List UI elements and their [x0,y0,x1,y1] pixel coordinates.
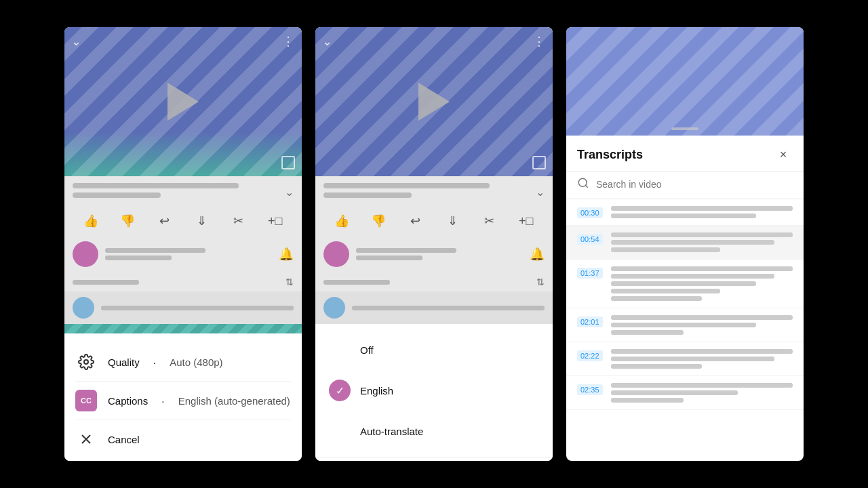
video-thumbnail-1[interactable]: ⌄ ⋮ [64,27,302,176]
caption-english-option[interactable]: ✓ English [315,370,553,411]
like-icon-1[interactable]: 👍 [81,211,100,230]
add-icon-1[interactable]: +□ [266,211,285,230]
more-options-icon-2[interactable]: ⋮ [533,34,546,49]
like-icon-2[interactable]: 👍 [332,211,351,230]
cancel-menu-item-1[interactable]: Cancel [75,420,291,458]
caption-options-menu: Off ✓ English Auto-translate Cancel [315,324,553,461]
quality-menu-item[interactable]: Quality · Auto (480p) [75,343,291,382]
transcript-text-0030 [611,206,793,218]
bell-icon-1[interactable]: 🔔 [279,247,294,262]
title-line-2 [73,192,161,198]
clip-icon-2[interactable]: ✂ [479,211,498,230]
transcripts-panel: Transcripts × 00:30 00:54 [566,27,804,461]
captions-panel: ⌄ ⋮ ⌄ 👍 👎 ↩ ⇓ ✂ +□ 🔔 ⇅ [315,27,553,461]
transcripts-title: Transcripts [577,148,643,162]
expand-arrows-1[interactable]: ⇅ [285,277,294,287]
play-button-2[interactable] [418,83,450,121]
caption-autotranslate-option[interactable]: Auto-translate [315,411,553,451]
transcript-video[interactable] [566,27,804,136]
transcript-entry-0030[interactable]: 00:30 [566,199,804,226]
search-row [566,171,804,199]
t-line [611,398,684,403]
captions-menu-item[interactable]: CC Captions · English (auto-generated) [75,382,291,420]
cc-icon-wrap: CC [75,390,97,411]
clip-icon-1[interactable]: ✂ [229,211,248,230]
share-icon-2[interactable]: ↩ [406,211,425,230]
transcript-entry-0137[interactable]: 01:37 [566,260,804,308]
t-line [611,330,684,335]
add-icon-2[interactable]: +□ [517,211,536,230]
chevron-down-icon-2[interactable]: ⌄ [322,34,332,49]
captions-value: English (auto-generated) [178,395,290,407]
play-button-1[interactable] [167,83,199,121]
bell-icon-2[interactable]: 🔔 [530,247,545,262]
dislike-icon-2[interactable]: 👎 [369,211,388,230]
channel-name-line-2 [356,248,456,253]
transcript-entry-0054[interactable]: 00:54 [566,226,804,260]
transcript-entry-0201[interactable]: 02:01 [566,308,804,342]
search-input[interactable] [596,179,793,190]
close-transcripts-button[interactable]: × [774,145,793,164]
video-info-1: ⌄ [64,176,302,206]
expand-icon-1[interactable]: ⌄ [285,186,294,199]
action-row-1: 👍 👎 ↩ ⇓ ✂ +□ [64,206,302,236]
transcript-text-0137 [611,266,793,301]
t-line [611,390,738,395]
timestamp-0235[interactable]: 02:35 [577,384,603,395]
gear-icon-wrap [75,351,97,373]
mini-thumb-2 [323,297,345,319]
dislike-icon-1[interactable]: 👎 [118,211,137,230]
channel-row-2: 🔔 [315,236,553,272]
mini-thumb-1 [73,297,94,319]
timestamp-0222[interactable]: 02:22 [577,350,603,361]
more-options-icon[interactable]: ⋮ [282,34,295,49]
caption-off-option[interactable]: Off [315,329,553,370]
gear-icon [78,354,94,370]
transcript-text-0222 [611,349,793,369]
avatar-1[interactable] [73,241,98,267]
settings-menu: Quality · Auto (480p) CC Captions · Engl… [64,333,302,461]
channel-name-line-1 [105,248,205,253]
channel-sub-line-1 [105,256,172,260]
transcript-list[interactable]: 00:30 00:54 01:37 [566,199,804,461]
transcript-text-0054 [611,232,793,252]
t-line [611,240,775,245]
fullscreen-icon-1[interactable] [281,156,295,169]
x-icon-wrap-1 [75,428,97,450]
expand-icon-2[interactable]: ⌄ [536,186,545,199]
svg-line-6 [585,185,587,187]
transcript-entry-0222[interactable]: 02:22 [566,342,804,376]
expand-arrows-2[interactable]: ⇅ [536,277,545,287]
quality-dot: · [151,357,159,368]
t-line [611,383,793,388]
t-line [611,274,775,279]
transcript-entry-0235[interactable]: 02:35 [566,376,804,410]
video-thumbnail-2[interactable]: ⌄ ⋮ [315,27,553,176]
chevron-down-icon[interactable]: ⌄ [71,34,81,49]
download-icon-2[interactable]: ⇓ [443,211,462,230]
no-check-placeholder [329,339,351,361]
suggestions-row-1: ⇅ [64,272,302,291]
share-icon-1[interactable]: ↩ [155,211,174,230]
title-line-3 [323,183,490,188]
check-circle-icon: ✓ [329,380,351,401]
timestamp-0030[interactable]: 00:30 [577,207,603,218]
t-line [611,364,702,369]
timestamp-0054[interactable]: 00:54 [577,234,603,245]
timestamp-0201[interactable]: 02:01 [577,317,603,327]
video-info-2: ⌄ [315,176,553,206]
cancel-caption-option[interactable]: Cancel [315,457,553,461]
avatar-2[interactable] [323,241,349,267]
transcripts-header: Transcripts × [566,136,804,171]
fullscreen-icon-2[interactable] [532,156,546,169]
sugg-line-1 [73,280,139,285]
channel-row-1: 🔔 [64,236,302,272]
svg-point-0 [84,360,88,364]
t-line [611,232,793,237]
t-line [611,281,757,286]
t-line [611,323,757,327]
timestamp-0137[interactable]: 01:37 [577,268,603,279]
t-line [611,357,775,361]
settings-panel: ⌄ ⋮ ⌄ 👍 👎 ↩ ⇓ ✂ +□ 🔔 ⇅ [64,27,302,461]
download-icon-1[interactable]: ⇓ [192,211,211,230]
